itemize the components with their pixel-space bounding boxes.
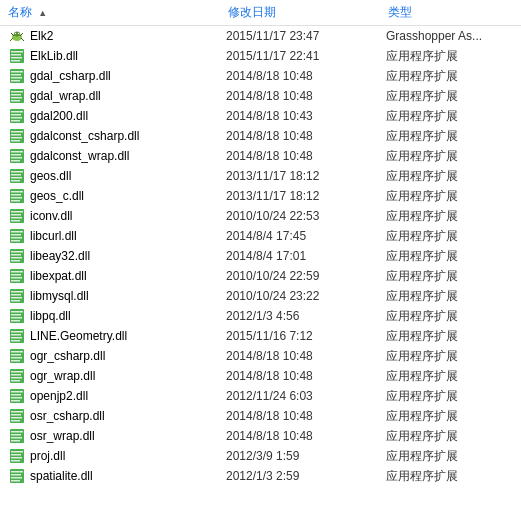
file-type: 应用程序扩展 <box>386 48 513 65</box>
svg-rect-116 <box>11 477 22 479</box>
table-row[interactable]: proj.dll2012/3/9 1:59应用程序扩展 <box>0 446 521 466</box>
svg-rect-112 <box>11 460 20 462</box>
dll-icon <box>8 187 26 205</box>
dll-icon <box>8 307 26 325</box>
svg-rect-82 <box>11 340 20 342</box>
col-type-label: 类型 <box>388 5 412 19</box>
svg-rect-106 <box>11 437 22 439</box>
col-name-header[interactable]: 名称 ▲ <box>8 4 228 21</box>
table-row[interactable]: ogr_csharp.dll2014/8/18 10:48应用程序扩展 <box>0 346 521 366</box>
svg-rect-14 <box>11 71 23 73</box>
svg-point-7 <box>18 33 19 34</box>
file-type: 应用程序扩展 <box>386 348 513 365</box>
svg-rect-44 <box>11 191 23 193</box>
file-name: libmysql.dll <box>30 289 226 303</box>
table-row[interactable]: geos.dll2013/11/17 18:12应用程序扩展 <box>0 166 521 186</box>
table-row[interactable]: libmysql.dll2010/10/24 23:22应用程序扩展 <box>0 286 521 306</box>
svg-rect-20 <box>11 94 21 96</box>
file-name: spatialite.dll <box>30 469 226 483</box>
svg-rect-96 <box>11 397 22 399</box>
svg-point-6 <box>15 33 16 34</box>
svg-rect-10 <box>11 54 21 56</box>
svg-rect-79 <box>11 331 23 333</box>
file-type: 应用程序扩展 <box>386 168 513 185</box>
file-type: 应用程序扩展 <box>386 128 513 145</box>
table-row[interactable]: osr_csharp.dll2014/8/18 10:48应用程序扩展 <box>0 406 521 426</box>
svg-rect-35 <box>11 154 21 156</box>
file-type: 应用程序扩展 <box>386 108 513 125</box>
file-date: 2014/8/18 10:48 <box>226 89 386 103</box>
dll-icon <box>8 47 26 65</box>
file-name: osr_wrap.dll <box>30 429 226 443</box>
table-row[interactable]: gdal_csharp.dll2014/8/18 10:48应用程序扩展 <box>0 66 521 86</box>
table-row[interactable]: LINE.Geometry.dll2015/11/16 7:12应用程序扩展 <box>0 326 521 346</box>
dll-icon <box>8 87 26 105</box>
svg-rect-69 <box>11 291 23 293</box>
table-row[interactable]: libeay32.dll2014/8/4 17:01应用程序扩展 <box>0 246 521 266</box>
svg-rect-70 <box>11 294 21 296</box>
file-list-container: 名称 ▲ 修改日期 类型 Elk22015/11/17 23:47Grassho… <box>0 0 521 486</box>
table-row[interactable]: gdalconst_csharp.dll2014/8/18 10:48应用程序扩… <box>0 126 521 146</box>
table-row[interactable]: osr_wrap.dll2014/8/18 10:48应用程序扩展 <box>0 426 521 446</box>
table-row[interactable]: ElkLib.dll2015/11/17 22:41应用程序扩展 <box>0 46 521 66</box>
svg-rect-59 <box>11 251 23 253</box>
file-name: geos.dll <box>30 169 226 183</box>
svg-rect-40 <box>11 174 21 176</box>
svg-rect-60 <box>11 254 21 256</box>
dll-icon <box>8 247 26 265</box>
svg-rect-11 <box>11 57 22 59</box>
dll-icon <box>8 147 26 165</box>
table-row[interactable]: libpq.dll2012/1/3 4:56应用程序扩展 <box>0 306 521 326</box>
table-row[interactable]: ogr_wrap.dll2014/8/18 10:48应用程序扩展 <box>0 366 521 386</box>
svg-line-5 <box>21 38 24 41</box>
table-row[interactable]: geos_c.dll2013/11/17 18:12应用程序扩展 <box>0 186 521 206</box>
svg-rect-87 <box>11 360 20 362</box>
file-name: libcurl.dll <box>30 229 226 243</box>
file-date: 2014/8/18 10:48 <box>226 349 386 363</box>
col-name-label: 名称 <box>8 5 32 19</box>
svg-rect-101 <box>11 417 22 419</box>
svg-rect-49 <box>11 211 23 213</box>
file-type: 应用程序扩展 <box>386 408 513 425</box>
dll-icon <box>8 327 26 345</box>
dll-icon <box>8 127 26 145</box>
file-name: libexpat.dll <box>30 269 226 283</box>
file-rows: Elk22015/11/17 23:47Grasshopper As... El… <box>0 26 521 486</box>
file-name: ogr_wrap.dll <box>30 369 226 383</box>
grasshopper-icon <box>8 27 26 45</box>
svg-rect-19 <box>11 91 23 93</box>
svg-rect-86 <box>11 357 22 359</box>
col-date-header[interactable]: 修改日期 <box>228 4 388 21</box>
table-row[interactable]: iconv.dll2010/10/24 22:53应用程序扩展 <box>0 206 521 226</box>
table-row[interactable]: openjp2.dll2012/11/24 6:03应用程序扩展 <box>0 386 521 406</box>
svg-rect-34 <box>11 151 23 153</box>
file-type: 应用程序扩展 <box>386 308 513 325</box>
file-date: 2014/8/18 10:48 <box>226 149 386 163</box>
sort-indicator: ▲ <box>38 8 47 18</box>
file-type: 应用程序扩展 <box>386 368 513 385</box>
svg-rect-41 <box>11 177 22 179</box>
table-row[interactable]: Elk22015/11/17 23:47Grasshopper As... <box>0 26 521 46</box>
file-type: 应用程序扩展 <box>386 208 513 225</box>
dll-icon <box>8 267 26 285</box>
svg-rect-9 <box>11 51 23 53</box>
table-row[interactable]: spatialite.dll2012/1/3 2:59应用程序扩展 <box>0 466 521 486</box>
file-type: 应用程序扩展 <box>386 388 513 405</box>
file-type: 应用程序扩展 <box>386 68 513 85</box>
table-row[interactable]: gdal_wrap.dll2014/8/18 10:48应用程序扩展 <box>0 86 521 106</box>
table-row[interactable]: gdal200.dll2014/8/18 10:43应用程序扩展 <box>0 106 521 126</box>
col-type-header[interactable]: 类型 <box>388 4 513 21</box>
table-row[interactable]: gdalconst_wrap.dll2014/8/18 10:48应用程序扩展 <box>0 146 521 166</box>
svg-rect-77 <box>11 320 20 322</box>
col-date-label: 修改日期 <box>228 5 276 19</box>
svg-rect-65 <box>11 274 21 276</box>
file-date: 2014/8/18 10:48 <box>226 129 386 143</box>
svg-rect-17 <box>11 80 20 82</box>
table-row[interactable]: libexpat.dll2010/10/24 22:59应用程序扩展 <box>0 266 521 286</box>
file-date: 2012/3/9 1:59 <box>226 449 386 463</box>
file-date: 2012/1/3 4:56 <box>226 309 386 323</box>
table-row[interactable]: libcurl.dll2014/8/4 17:45应用程序扩展 <box>0 226 521 246</box>
svg-rect-75 <box>11 314 21 316</box>
svg-line-4 <box>10 38 13 41</box>
dll-icon <box>8 347 26 365</box>
